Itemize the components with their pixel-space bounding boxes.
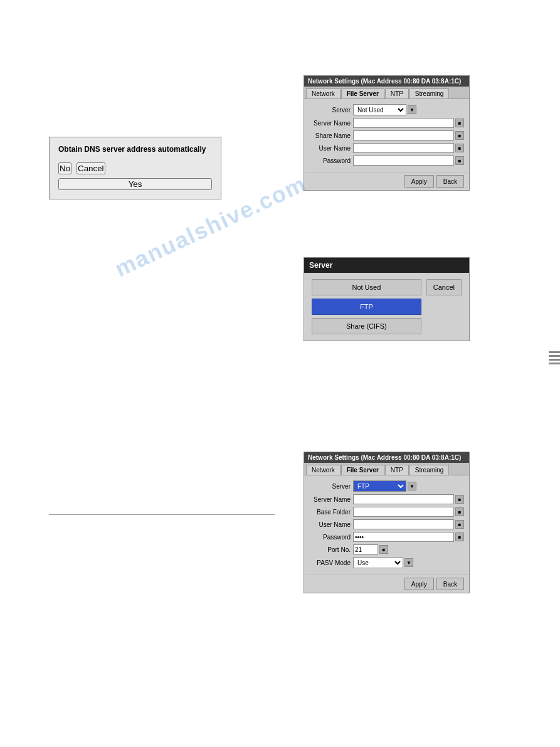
tab-streaming[interactable]: Streaming — [409, 88, 450, 98]
network-settings-panel-top: Network Settings (Mac Address 00:80 DA 0… — [304, 75, 470, 191]
ftp-user-name-label: User Name — [309, 521, 353, 528]
share-cifs-option[interactable]: Share (CIFS) — [312, 318, 421, 334]
ftp-port-label: Port No. — [309, 546, 353, 553]
right-line-1 — [549, 351, 560, 353]
share-name-row: Share Name ■ — [309, 130, 464, 140]
password-input[interactable] — [353, 156, 454, 166]
ftp-server-name-label: Server Name — [309, 496, 353, 503]
user-name-label: User Name — [309, 145, 353, 152]
ftp-base-folder-edit[interactable]: ■ — [455, 507, 464, 516]
dns-dialog-title: Obtain DNS server address automatically — [58, 145, 212, 154]
ftp-pasv-dropdown[interactable]: ▼ — [404, 558, 413, 567]
server-dialog-body: Not Used FTP Share (CIFS) Cancel — [304, 273, 469, 341]
share-name-label: Share Name — [309, 132, 353, 139]
ftp-user-name-edit[interactable]: ■ — [455, 520, 464, 529]
server-dialog: Server Not Used FTP Share (CIFS) Cancel — [304, 257, 470, 341]
server-cancel-button[interactable]: Cancel — [426, 279, 462, 295]
ftp-user-name-row: User Name ■ — [309, 519, 464, 529]
ftp-apply-button[interactable]: Apply — [404, 578, 434, 590]
tab-network[interactable]: Network — [306, 88, 341, 98]
server-dialog-right: Cancel — [426, 279, 462, 334]
server-row: Server Not Used FTP Share (CIFS) ▼ — [309, 104, 464, 115]
horizontal-divider — [49, 514, 275, 515]
ftp-panel-footer: Apply Back — [304, 575, 469, 593]
ftp-tabs-row: Network File Server NTP Streaming — [304, 463, 469, 475]
ftp-tab-streaming[interactable]: Streaming — [409, 465, 450, 475]
panel-body: Server Not Used FTP Share (CIFS) ▼ Serve… — [304, 99, 469, 172]
password-row: Password ■ — [309, 156, 464, 166]
network-panel-title: Network Settings (Mac Address 00:80 DA 0… — [304, 76, 469, 87]
ftp-option[interactable]: FTP — [312, 299, 421, 315]
right-line-2 — [549, 355, 560, 357]
server-dropdown-btn[interactable]: ▼ — [408, 105, 416, 114]
network-settings-panel-ftp: Network Settings (Mac Address 00:80 DA 0… — [304, 452, 470, 593]
password-label: Password — [309, 157, 353, 164]
ftp-tab-ntp[interactable]: NTP — [385, 465, 409, 475]
ftp-server-select[interactable]: Not Used FTP Share (CIFS) — [353, 480, 406, 492]
ftp-pasv-select[interactable]: Use Do Not Use — [353, 557, 403, 568]
ftp-password-input[interactable] — [353, 532, 454, 542]
ftp-base-folder-label: Base Folder — [309, 509, 353, 516]
user-name-row: User Name ■ — [309, 143, 464, 153]
server-name-label: Server Name — [309, 120, 353, 127]
user-name-edit-btn[interactable]: ■ — [455, 144, 464, 152]
ftp-base-folder-input[interactable] — [353, 507, 454, 517]
server-name-edit-btn[interactable]: ■ — [455, 119, 464, 127]
right-line-3 — [549, 359, 560, 361]
apply-button[interactable]: Apply — [404, 175, 434, 188]
server-select[interactable]: Not Used FTP Share (CIFS) — [353, 104, 406, 115]
yes-button[interactable]: Yes — [58, 178, 212, 190]
server-name-input[interactable] — [353, 118, 454, 128]
share-name-edit-btn[interactable]: ■ — [455, 131, 464, 140]
share-name-input[interactable] — [353, 130, 454, 140]
ftp-tab-network[interactable]: Network — [306, 465, 341, 475]
ftp-panel-body: Server Not Used FTP Share (CIFS) ▼ Serve… — [304, 475, 469, 575]
ftp-pasv-row: PASV Mode Use Do Not Use ▼ — [309, 557, 464, 568]
ftp-password-edit[interactable]: ■ — [455, 532, 464, 541]
ftp-server-dropdown-btn[interactable]: ▼ — [408, 482, 416, 490]
back-button[interactable]: Back — [436, 175, 464, 188]
ftp-server-row: Server Not Used FTP Share (CIFS) ▼ — [309, 480, 464, 492]
ftp-server-label: Server — [309, 483, 353, 490]
right-lines-decoration — [549, 351, 560, 364]
cancel-button[interactable]: Cancel — [77, 162, 105, 174]
panel-footer: Apply Back — [304, 172, 469, 190]
user-name-input[interactable] — [353, 143, 454, 153]
server-options: Not Used FTP Share (CIFS) — [312, 279, 421, 334]
ftp-tab-file-server[interactable]: File Server — [341, 465, 384, 475]
ftp-password-label: Password — [309, 534, 353, 541]
ftp-server-name-edit[interactable]: ■ — [455, 495, 464, 504]
ftp-base-folder-row: Base Folder ■ — [309, 507, 464, 517]
no-button[interactable]: No — [58, 162, 71, 174]
server-name-row: Server Name ■ — [309, 118, 464, 128]
server-label: Server — [309, 107, 353, 114]
tabs-row: Network File Server NTP Streaming — [304, 87, 469, 99]
tab-ntp[interactable]: NTP — [385, 88, 409, 98]
password-edit-btn[interactable]: ■ — [455, 156, 464, 165]
dns-dialog: Obtain DNS server address automatically … — [49, 137, 221, 199]
ftp-pasv-label: PASV Mode — [309, 559, 353, 566]
network-panel-ftp-title: Network Settings (Mac Address 00:80 DA 0… — [304, 452, 469, 463]
tab-file-server[interactable]: File Server — [341, 88, 384, 98]
ftp-user-name-input[interactable] — [353, 519, 454, 529]
ftp-port-row: Port No. ■ — [309, 544, 464, 554]
not-used-option[interactable]: Not Used — [312, 279, 421, 295]
ftp-server-name-input[interactable] — [353, 494, 454, 504]
ftp-password-row: Password ■ — [309, 532, 464, 542]
ftp-back-button[interactable]: Back — [436, 578, 464, 590]
ftp-port-edit[interactable]: ■ — [379, 545, 388, 554]
ftp-port-input[interactable] — [353, 544, 378, 554]
server-dialog-title: Server — [304, 258, 469, 273]
right-line-4 — [549, 363, 560, 364]
ftp-server-name-row: Server Name ■ — [309, 494, 464, 504]
